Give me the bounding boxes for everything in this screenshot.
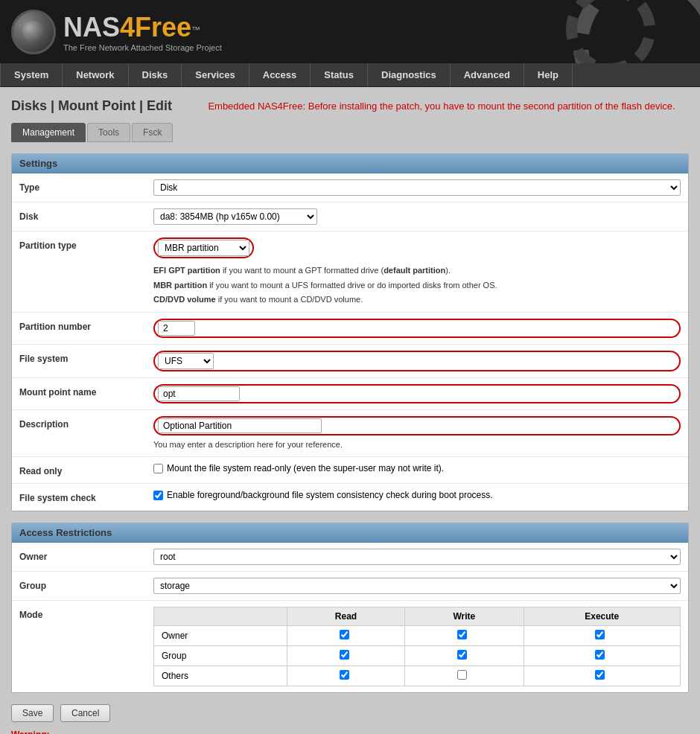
perm-owner-write-checkbox[interactable] bbox=[457, 630, 467, 639]
logo-text: NAS4Free™ The Free Network Attached Stor… bbox=[63, 12, 222, 52]
page-header: Disks | Mount Point | Edit Embedded NAS4… bbox=[11, 98, 689, 114]
cancel-button[interactable]: Cancel bbox=[60, 704, 110, 722]
logo-tm: ™ bbox=[191, 24, 200, 34]
filesystem-field: UFS FAT EXT2 CD9660 bbox=[153, 351, 681, 371]
perm-owner-read bbox=[287, 626, 405, 646]
readonly-hint: Mount the file system read-only (even th… bbox=[167, 463, 444, 473]
type-select[interactable]: Disk bbox=[153, 179, 681, 196]
description-row: Description You may enter a description … bbox=[12, 410, 688, 458]
type-field: Disk bbox=[153, 179, 681, 196]
perm-group-read-checkbox[interactable] bbox=[340, 650, 349, 660]
partition-hint-mbr: MBR partition if you want to mount a UFS… bbox=[153, 279, 681, 292]
fscheck-checkbox-label[interactable]: Enable foreground/background file system… bbox=[153, 490, 681, 500]
mount-point-field bbox=[153, 384, 681, 403]
perm-group-write bbox=[405, 646, 524, 666]
owner-select[interactable]: root bbox=[153, 549, 681, 565]
group-label: Group bbox=[19, 578, 153, 591]
tab-management[interactable]: Management bbox=[11, 123, 86, 142]
warning-title: Warning: bbox=[11, 730, 689, 734]
nav-item-disks[interactable]: Disks bbox=[129, 63, 182, 86]
tab-tools[interactable]: Tools bbox=[87, 123, 130, 142]
disk-row: Disk da8: 3854MB (hp v165w 0.00) bbox=[12, 202, 688, 232]
nav-bar: System Network Disks Services Access Sta… bbox=[0, 63, 700, 87]
group-row: Group storage bbox=[12, 572, 688, 601]
perm-owner-read-checkbox[interactable] bbox=[340, 630, 349, 639]
logo-subtitle: The Free Network Attached Storage Projec… bbox=[63, 43, 222, 52]
perm-others-read-checkbox[interactable] bbox=[340, 670, 349, 680]
filesystem-select[interactable]: UFS FAT EXT2 CD9660 bbox=[158, 353, 214, 369]
filesystem-label: File system bbox=[19, 351, 153, 364]
partition-type-label: Partition type bbox=[19, 237, 153, 251]
fscheck-hint: Enable foreground/background file system… bbox=[167, 490, 493, 500]
perm-owner-execute-checkbox[interactable] bbox=[595, 630, 605, 639]
partition-number-circled bbox=[153, 319, 681, 338]
mode-field: Read Write Execute Owner bbox=[153, 607, 681, 686]
settings-box: Settings Type Disk Disk da8: 3854MB (hp … bbox=[11, 153, 689, 511]
perm-col-entity bbox=[154, 607, 287, 626]
nav-item-status[interactable]: Status bbox=[311, 63, 368, 86]
filesystem-circled: UFS FAT EXT2 CD9660 bbox=[153, 351, 681, 371]
perm-group-execute-checkbox[interactable] bbox=[595, 650, 605, 660]
perm-group-read bbox=[287, 646, 405, 666]
save-button[interactable]: Save bbox=[11, 704, 54, 722]
tab-bar: Management Tools Fsck bbox=[11, 123, 689, 142]
nav-item-services[interactable]: Services bbox=[182, 63, 249, 86]
partition-number-row: Partition number bbox=[12, 313, 688, 345]
readonly-checkbox-label[interactable]: Mount the file system read-only (even th… bbox=[153, 463, 681, 473]
readonly-field: Mount the file system read-only (even th… bbox=[153, 463, 681, 473]
fscheck-row: File system check Enable foreground/back… bbox=[12, 484, 688, 511]
logo-inner-circle bbox=[22, 21, 45, 43]
description-circled bbox=[153, 416, 681, 435]
logo-free: 4Free bbox=[120, 12, 191, 42]
owner-label: Owner bbox=[19, 549, 153, 562]
readonly-row: Read only Mount the file system read-onl… bbox=[12, 457, 688, 484]
partition-type-circled: MBR partition EFI GPT partition CD/DVD v… bbox=[153, 237, 254, 258]
partition-number-field bbox=[153, 319, 681, 338]
settings-header: Settings bbox=[12, 154, 688, 173]
logo-nas: NAS bbox=[63, 12, 120, 42]
nav-item-network[interactable]: Network bbox=[63, 63, 128, 86]
logo-area: NAS4Free™ The Free Network Attached Stor… bbox=[0, 2, 233, 62]
readonly-label: Read only bbox=[19, 463, 153, 476]
nav-item-advanced[interactable]: Advanced bbox=[451, 63, 524, 86]
partition-hint-cd: CD/DVD volume if you want to mount a CD/… bbox=[153, 293, 681, 306]
perm-row-owner: Owner bbox=[154, 626, 681, 646]
mount-point-label: Mount point name bbox=[19, 384, 153, 398]
header-decoration bbox=[462, 0, 700, 63]
nav-item-diagnostics[interactable]: Diagnostics bbox=[368, 63, 451, 86]
type-row: Type Disk bbox=[12, 173, 688, 202]
disk-select[interactable]: da8: 3854MB (hp v165w 0.00) bbox=[153, 208, 317, 225]
partition-hint-efi: EFI GPT partition if you want to mount a… bbox=[153, 264, 681, 277]
permissions-table: Read Write Execute Owner bbox=[153, 607, 681, 686]
perm-row-others: Others bbox=[154, 666, 681, 686]
perm-others-write-checkbox[interactable] bbox=[457, 670, 467, 680]
fscheck-checkbox[interactable] bbox=[153, 491, 163, 500]
perm-others-read bbox=[287, 666, 405, 686]
group-field: storage bbox=[153, 578, 681, 594]
partition-number-input[interactable] bbox=[158, 321, 195, 336]
main-content: Disks | Mount Point | Edit Embedded NAS4… bbox=[0, 87, 700, 734]
description-hint: You may enter a description here for you… bbox=[153, 438, 681, 451]
warning-section: Warning: You can't mount the partition '… bbox=[11, 730, 689, 734]
nav-item-help[interactable]: Help bbox=[524, 63, 573, 86]
type-label: Type bbox=[19, 179, 153, 193]
tab-fsck[interactable]: Fsck bbox=[132, 123, 173, 142]
header: NAS4Free™ The Free Network Attached Stor… bbox=[0, 0, 700, 63]
partition-type-select[interactable]: MBR partition EFI GPT partition CD/DVD v… bbox=[158, 240, 249, 256]
mount-point-input[interactable] bbox=[158, 386, 240, 401]
group-select[interactable]: storage bbox=[153, 578, 681, 594]
perm-col-read: Read bbox=[287, 607, 405, 626]
readonly-checkbox[interactable] bbox=[153, 464, 163, 473]
perm-others-execute-checkbox[interactable] bbox=[595, 670, 605, 680]
fscheck-label: File system check bbox=[19, 490, 153, 503]
nav-item-system[interactable]: System bbox=[0, 63, 63, 86]
description-input[interactable] bbox=[158, 418, 322, 433]
disk-field: da8: 3854MB (hp v165w 0.00) bbox=[153, 208, 681, 225]
page-title: Disks | Mount Point | Edit bbox=[11, 98, 172, 114]
perm-col-write: Write bbox=[405, 607, 524, 626]
filesystem-row: File system UFS FAT EXT2 CD9660 bbox=[12, 345, 688, 378]
perm-group-write-checkbox[interactable] bbox=[457, 650, 467, 660]
nav-item-access[interactable]: Access bbox=[249, 63, 311, 86]
perm-row-group: Group bbox=[154, 646, 681, 666]
disk-label: Disk bbox=[19, 208, 153, 222]
